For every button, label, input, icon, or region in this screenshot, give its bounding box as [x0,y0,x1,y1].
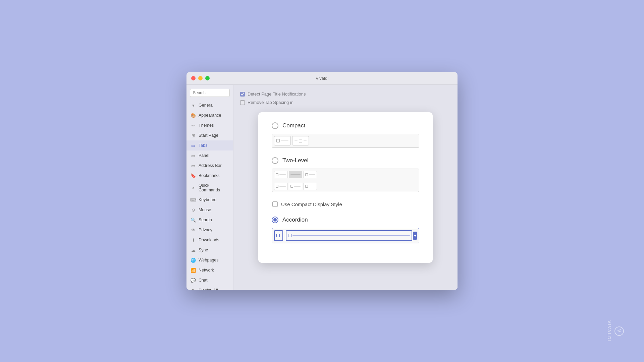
sidebar-label-appearance: Appearance [199,113,221,118]
sidebar-label-bookmarks: Bookmarks [199,173,220,178]
compact-tab-spacer-2 [294,140,298,141]
title-bar: Vivaldi [186,72,458,85]
two-level-top-row [272,169,419,181]
sync-icon: ☁ [191,247,196,253]
sidebar-item-sync[interactable]: ☁ Sync [186,245,233,255]
sidebar-label-displayall: Display All [199,288,218,290]
two-level-label-text: Two-Level [282,157,308,164]
sidebar-item-startpage[interactable]: ⊞ Start Page [186,130,233,140]
accordion-tab-preview: ◀ [272,228,419,243]
sidebar-label-mouse: Mouse [199,207,211,212]
sidebar-label-webpages: Webpages [199,258,219,262]
sidebar-item-mouse[interactable]: ⊙ Mouse [186,205,233,215]
accordion-tab-icon-1 [276,234,280,237]
content-area: Detect Page Title Notifications Remove T… [233,85,458,290]
sidebar-item-keyboard[interactable]: ⌨ Keyboard [186,195,233,205]
privacy-icon: 👁 [191,227,196,233]
minimize-button[interactable] [198,76,203,80]
two-level-spacer-1 [279,174,286,175]
two-level-tab-preview [272,169,419,192]
sidebar-item-displayall[interactable]: ⚙ Display All [186,285,233,290]
two-level-radio-label[interactable]: Two-Level [272,157,419,164]
sidebar-label-search: Search [199,218,212,222]
compact-tab-spacer-3 [304,140,307,141]
accordion-tab-item-2 [286,230,412,241]
sidebar-item-quickcommands[interactable]: > Quick Commands [186,181,233,195]
sidebar-item-themes[interactable]: ✏ Themes [186,120,233,130]
sidebar-item-chat[interactable]: 💬 Chat [186,275,233,285]
sidebar-item-tabs[interactable]: ▭ Tabs [186,140,233,150]
sidebar-label-general: General [199,103,213,108]
compact-label-text: Compact [282,122,305,129]
two-level-tab-3 [304,171,317,178]
sidebar-item-privacy[interactable]: 👁 Privacy [186,225,233,235]
compact-tab-item-1 [274,136,291,145]
sidebar-search-input[interactable] [190,89,230,97]
sidebar-label-privacy: Privacy [199,228,212,232]
window-title: Vivaldi [316,76,328,81]
close-button[interactable] [191,76,196,80]
addressbar-icon: ▭ [191,163,196,168]
chat-icon: 💬 [191,278,196,283]
compact-style-row[interactable]: Use Compact Display Style [272,201,419,207]
maximize-button[interactable] [205,76,210,80]
modal-backdrop: Compact [233,85,458,290]
sidebar-label-downloads: Downloads [199,238,219,242]
two-level-icon-3 [305,173,308,176]
sidebar-item-downloads[interactable]: ⬇ Downloads [186,235,233,245]
window-controls [191,76,210,80]
two-level-radio-circle[interactable] [272,157,278,164]
compact-tab-icon-1 [276,139,280,142]
two-level-bottom-spacer-1 [279,186,286,187]
startpage-icon: ⊞ [191,133,196,138]
sidebar-item-appearance[interactable]: 🎨 Appearance [186,110,233,120]
two-level-spacer-2 [290,174,301,175]
vivaldi-logo-icon: V [614,326,624,336]
accordion-radio-label[interactable]: Accordion [272,217,419,223]
sidebar-item-webpages[interactable]: 🌐 Webpages [186,255,233,265]
two-level-tab-1 [274,171,287,178]
sidebar-label-addressbar: Address Bar [199,163,222,168]
sidebar-item-general[interactable]: ▾ General [186,100,233,110]
sidebar-item-panel[interactable]: ▭ Panel [186,150,233,161]
sidebar-label-network: Network [199,268,214,273]
sidebar-search-container[interactable] [190,89,230,97]
sidebar-item-search[interactable]: 🔍 Search [186,215,233,225]
browser-window: Vivaldi ▾ General 🎨 Appearance ✏ Themes … [186,72,458,290]
sidebar-label-tabs: Tabs [199,143,207,148]
two-level-bottom-tab-2 [289,183,302,190]
two-level-option: Two-Level [272,157,419,192]
webpages-icon: 🌐 [191,257,196,263]
general-icon: ▾ [191,103,196,108]
two-level-icon-1 [276,173,278,176]
two-level-tab-2 [289,171,302,178]
compact-style-checkbox[interactable] [272,201,278,207]
quickcommands-icon: > [191,185,196,190]
sidebar-label-chat: Chat [199,278,207,283]
sidebar-label-quickcommands: Quick Commands [199,183,229,192]
two-level-bottom-icon-1 [276,185,278,188]
vivaldi-watermark: V VIVALDI [607,320,624,342]
appearance-icon: 🎨 [191,113,196,118]
accordion-radio-circle[interactable] [272,217,278,223]
sidebar-item-bookmarks[interactable]: 🔖 Bookmarks [186,171,233,181]
two-level-bottom-spacer-2 [294,186,301,187]
sidebar-label-startpage: Start Page [199,133,218,138]
displayall-icon: ⚙ [191,288,196,290]
compact-tab-preview [272,134,419,148]
compact-radio-circle[interactable] [272,122,278,129]
sidebar: ▾ General 🎨 Appearance ✏ Themes ⊞ Start … [186,85,233,290]
tabs-icon: ▭ [191,143,196,148]
vivaldi-logo-text: VIVALDI [607,320,612,342]
sidebar-item-addressbar[interactable]: ▭ Address Bar [186,161,233,171]
compact-radio-label[interactable]: Compact [272,122,419,129]
accordion-option: Accordion [272,217,419,243]
bookmarks-icon: 🔖 [191,173,196,178]
accordion-arrow: ◀ [413,232,417,240]
keyboard-icon: ⌨ [191,197,196,202]
sidebar-item-network[interactable]: 📶 Network [186,265,233,275]
modal-dialog: Compact [258,112,433,263]
mouse-icon: ⊙ [191,207,196,213]
two-level-bottom-tab-3 [304,183,317,190]
downloads-icon: ⬇ [191,237,196,243]
